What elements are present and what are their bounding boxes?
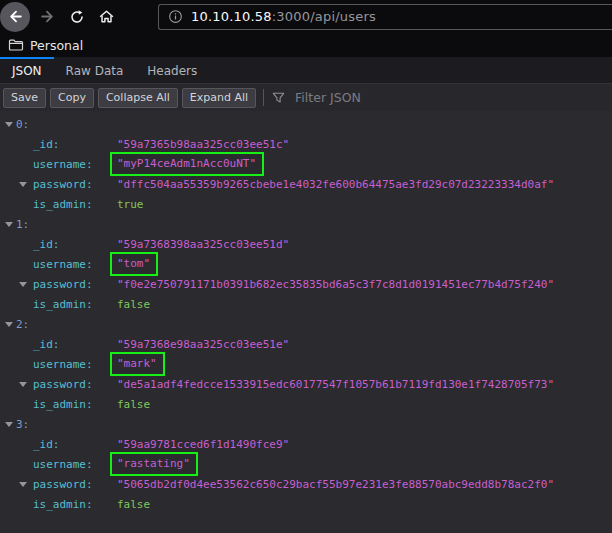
copy-button[interactable]: Copy — [50, 88, 94, 108]
json-key-id: _id: — [33, 138, 117, 151]
expand-arrow-icon[interactable] — [19, 482, 27, 487]
home-icon — [98, 8, 115, 25]
reload-button[interactable] — [69, 9, 85, 25]
password-value: "de5a1adf4fedcce1533915edc60177547f1057b… — [117, 378, 554, 391]
isadmin-value: true — [117, 198, 144, 211]
json-key-id: _id: — [33, 238, 117, 251]
json-array-index-row[interactable]: 0: — [0, 114, 612, 134]
expand-all-button[interactable]: Expand All — [182, 88, 256, 108]
highlighted-username-value: "mark" — [110, 352, 165, 376]
bookmark-item-personal[interactable]: Personal — [30, 38, 83, 53]
json-key-isadmin: is_admin: — [33, 198, 117, 211]
array-index-label: 1: — [16, 218, 29, 231]
password-value: "dffc504aa55359b9265cbebe1e4032fe600b644… — [117, 178, 554, 191]
json-key-password: password: — [33, 178, 117, 191]
forward-button[interactable] — [39, 8, 56, 25]
json-row-password: password: "5065db2df0d4ee53562c650c29bac… — [0, 474, 612, 494]
expand-arrow-icon[interactable] — [19, 282, 27, 287]
json-row-id: _id: "59aa9781cced6f1d1490fce9" — [0, 434, 612, 454]
json-key-username: username: — [33, 158, 117, 171]
json-row-password: password: "de5a1adf4fedcce1533915edc6017… — [0, 374, 612, 394]
json-row-isadmin: is_admin: false — [0, 494, 612, 514]
json-row-id: _id: "59a7368398aa325cc03ee51d" — [0, 234, 612, 254]
collapse-arrow-icon[interactable] — [5, 222, 13, 227]
reload-icon — [69, 9, 85, 25]
json-row-id: _id: "59a7368e98aa325cc03ee51e" — [0, 334, 612, 354]
toolbar-separator — [263, 89, 264, 106]
json-row-isadmin: is_admin: true — [0, 194, 612, 214]
expand-arrow-icon[interactable] — [19, 382, 27, 387]
json-key-username: username: — [33, 258, 117, 271]
json-row-username: username: "myP14ceAdm1nAcc0uNT" — [0, 154, 612, 174]
json-row-username: username: "tom" — [0, 254, 612, 274]
tab-headers[interactable]: Headers — [135, 57, 209, 83]
json-key-password: password: — [33, 278, 117, 291]
isadmin-value: false — [117, 298, 150, 311]
url-text: 10.10.10.58:3000/api/users — [191, 9, 376, 24]
json-viewer-tabbar: JSON Raw Data Headers — [0, 57, 612, 84]
save-button[interactable]: Save — [3, 88, 46, 108]
tab-raw-data[interactable]: Raw Data — [54, 57, 136, 83]
filter-funnel-icon — [271, 90, 286, 105]
folder-icon — [8, 38, 24, 52]
json-key-password: password: — [33, 478, 117, 491]
url-path: :3000/api/users — [272, 9, 376, 24]
back-button[interactable] — [0, 2, 30, 32]
array-index-label: 2: — [16, 318, 29, 331]
id-value: "59aa9781cced6f1d1490fce9" — [117, 438, 289, 451]
json-key-username: username: — [33, 458, 117, 471]
highlighted-username-value: "tom" — [110, 252, 158, 276]
json-key-isadmin: is_admin: — [33, 398, 117, 411]
filter-box — [271, 89, 437, 106]
json-key-id: _id: — [33, 438, 117, 451]
password-value: "5065db2df0d4ee53562c650c29bacf55b97e231… — [117, 478, 554, 491]
json-key-username: username: — [33, 358, 117, 371]
highlighted-username-value: "myP14ceAdm1nAcc0uNT" — [110, 152, 264, 176]
json-toolbar: Save Copy Collapse All Expand All — [0, 84, 612, 111]
id-value: "59a7368e98aa325cc03ee51e" — [117, 338, 289, 351]
highlighted-username-value: "rastating" — [110, 452, 198, 476]
collapse-all-button[interactable]: Collapse All — [98, 88, 178, 108]
json-tree: 0: _id: "59a7365b98aa325cc03ee51c" usern… — [0, 111, 612, 514]
bookmarks-bar: Personal — [0, 33, 612, 57]
json-key-id: _id: — [33, 338, 117, 351]
json-row-username: username: "rastating" — [0, 454, 612, 474]
forward-arrow-icon — [39, 8, 56, 25]
array-index-label: 0: — [16, 118, 29, 131]
collapse-arrow-icon[interactable] — [5, 422, 13, 427]
json-row-isadmin: is_admin: false — [0, 294, 612, 314]
json-key-isadmin: is_admin: — [33, 498, 117, 511]
collapse-arrow-icon[interactable] — [5, 122, 13, 127]
json-array-index-row[interactable]: 1: — [0, 214, 612, 234]
isadmin-value: false — [117, 398, 150, 411]
json-row-id: _id: "59a7365b98aa325cc03ee51c" — [0, 134, 612, 154]
home-button[interactable] — [98, 8, 115, 25]
tab-json[interactable]: JSON — [0, 57, 54, 83]
back-arrow-icon — [7, 8, 24, 25]
browser-navbar: 10.10.10.58:3000/api/users — [0, 0, 612, 33]
filter-json-input[interactable] — [293, 89, 437, 106]
isadmin-value: false — [117, 498, 150, 511]
password-value: "f0e2e750791171b0391b682ec35835bd6a5c3f7… — [117, 278, 554, 291]
json-key-isadmin: is_admin: — [33, 298, 117, 311]
site-info-icon[interactable] — [168, 9, 183, 24]
json-array-index-row[interactable]: 2: — [0, 314, 612, 334]
json-row-password: password: "dffc504aa55359b9265cbebe1e403… — [0, 174, 612, 194]
id-value: "59a7368398aa325cc03ee51d" — [117, 238, 289, 251]
collapse-arrow-icon[interactable] — [5, 322, 13, 327]
array-index-label: 3: — [16, 418, 29, 431]
url-host: 10.10.10.58 — [191, 9, 272, 24]
json-row-password: password: "f0e2e750791171b0391b682ec3583… — [0, 274, 612, 294]
url-bar[interactable]: 10.10.10.58:3000/api/users — [158, 4, 612, 30]
id-value: "59a7365b98aa325cc03ee51c" — [117, 138, 289, 151]
json-row-username: username: "mark" — [0, 354, 612, 374]
expand-arrow-icon[interactable] — [19, 182, 27, 187]
json-row-isadmin: is_admin: false — [0, 394, 612, 414]
json-key-password: password: — [33, 378, 117, 391]
json-array-index-row[interactable]: 3: — [0, 414, 612, 434]
